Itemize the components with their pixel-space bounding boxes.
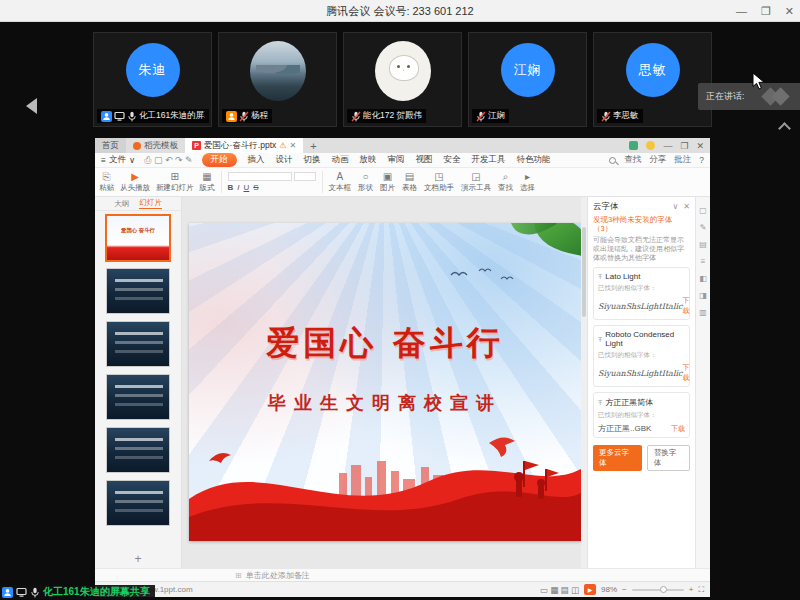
help-button[interactable]: ? — [699, 155, 704, 165]
wps-close-button[interactable]: ✕ — [696, 141, 704, 151]
restore-button[interactable]: ❐ — [761, 3, 771, 19]
right-tool-strip[interactable]: ▢ ✎ ▤ ≡ ◧ ◨ ▥ — [695, 197, 710, 568]
share-button[interactable]: 分享 — [649, 154, 666, 166]
textbox-button[interactable]: A文本框 — [329, 171, 352, 193]
format-s-button[interactable]: S — [253, 183, 258, 192]
download-font-button[interactable]: 下载 — [671, 424, 685, 434]
search-button[interactable]: ⌕查找 — [498, 171, 513, 193]
slide-thumbnail-1[interactable] — [106, 215, 170, 261]
slide-title[interactable]: 爱国心 奋斗行 — [189, 321, 581, 366]
shape-button[interactable]: ○形状 — [358, 171, 373, 193]
table-button[interactable]: ▤表格 — [402, 171, 417, 193]
zoom-out-button[interactable]: − — [622, 585, 627, 594]
more-cloud-fonts-button[interactable]: 更多云字体 — [593, 445, 642, 471]
quick-access-toolbar[interactable]: ⎙ ▢ ↶ ↷ ✎ — [144, 155, 192, 166]
select-button[interactable]: ▸选择 — [520, 171, 535, 193]
red-ribbon-decoration — [189, 421, 581, 541]
slide-thumbnail-3[interactable] — [106, 321, 170, 367]
comment-button[interactable]: 批注 — [674, 154, 691, 166]
find-button[interactable]: 查找 — [624, 154, 641, 166]
participant-tile[interactable]: 思敏李思敏 — [593, 32, 712, 127]
close-document-icon[interactable]: ✕ — [289, 141, 296, 150]
wps-home-tab[interactable]: 首页 — [95, 138, 126, 153]
download-font-button[interactable]: 下载 — [682, 363, 689, 383]
ribbon-tab-安全[interactable]: 安全 — [444, 154, 461, 166]
member-icon[interactable] — [646, 141, 655, 150]
notes-bar[interactable]: ⊞ 单击此处添加备注 — [95, 568, 710, 581]
participant-tile[interactable]: 江娴江娴 — [468, 32, 587, 127]
slide-thumbnail-6[interactable] — [106, 480, 170, 526]
format-i-button[interactable]: I — [237, 183, 239, 192]
play-button[interactable]: ▶从头播放 — [120, 171, 150, 193]
assistant-button[interactable]: ◳文档助手 — [424, 171, 454, 193]
new-slide-button[interactable]: ⊞新建幻灯片 — [156, 171, 194, 193]
ribbon-tab-审阅[interactable]: 审阅 — [388, 154, 405, 166]
download-font-button[interactable]: 下载 — [682, 296, 689, 316]
split-icon[interactable]: ◧ — [699, 275, 707, 283]
ribbon-tab-设计[interactable]: 设计 — [276, 154, 293, 166]
ribbon-tab-动画[interactable]: 动画 — [332, 154, 349, 166]
font-size-input[interactable] — [294, 172, 316, 181]
ribbon-tab-插入[interactable]: 插入 — [248, 154, 265, 166]
participant-tile[interactable]: 能化172 贺殿伟 — [343, 32, 462, 127]
clipboard-button[interactable]: ⎘粘贴 — [99, 171, 114, 193]
wps-template-tab[interactable]: 稻壳模板 — [126, 138, 185, 153]
notes-grid-icon: ⊞ — [235, 571, 242, 580]
wps-restore-button[interactable]: ❐ — [680, 141, 688, 151]
edit-icon[interactable]: ✎ — [700, 224, 707, 232]
slide-thumbnail-4[interactable] — [106, 374, 170, 420]
panel-icon[interactable]: ◨ — [699, 292, 707, 300]
new-document-tab-button[interactable]: + — [303, 138, 323, 153]
layout-icon[interactable]: ▤ — [699, 241, 707, 249]
view-mode-buttons[interactable]: ▭ ▦ ▤ ◫ — [540, 585, 579, 595]
format-u-button[interactable]: U — [244, 183, 250, 192]
current-slide[interactable]: 爱国心 奋斗行 毕业生文明离校宣讲 — [189, 223, 581, 541]
format-b-button[interactable]: B — [228, 183, 234, 192]
slide-canvas[interactable]: 爱国心 奋斗行 毕业生文明离校宣讲 — [182, 197, 587, 568]
fit-slide-button[interactable]: ⛶ — [698, 585, 704, 595]
panel-close-icon[interactable]: ✕ — [683, 202, 690, 211]
collapse-video-strip-button[interactable] — [780, 120, 790, 130]
minimize-button[interactable]: — — [736, 3, 747, 19]
similar-font-label: 已找到的相似字体： — [598, 284, 685, 293]
zoom-percent-label: 98% — [601, 585, 617, 594]
close-button[interactable]: ✕ — [785, 3, 794, 19]
participant-tile[interactable]: 杨程 — [218, 32, 337, 127]
zoom-in-button[interactable]: + — [689, 585, 694, 594]
previous-videos-button[interactable] — [26, 98, 37, 114]
ribbon-tab-视图[interactable]: 视图 — [416, 154, 433, 166]
ribbon-tab-切换[interactable]: 切换 — [304, 154, 321, 166]
grid-icon[interactable]: ▥ — [699, 309, 707, 317]
wps-document-tab[interactable]: P 爱国心·奋斗行.pptx ⚠ ✕ — [185, 138, 303, 153]
zoom-slider[interactable] — [632, 589, 684, 591]
meeting-stage: 朱迪化工161朱迪的屏幕共享杨程能化172 贺殿伟江娴江娴思敏李思敏 正在讲话:… — [0, 22, 800, 600]
notes-placeholder[interactable]: 单击此处添加备注 — [246, 570, 310, 581]
participant-tile[interactable]: 朱迪化工161朱迪的屏幕共享 — [93, 32, 212, 127]
panel-collapse-icon[interactable]: ∨ — [672, 202, 678, 211]
slide-subtitle[interactable]: 毕业生文明离校宣讲 — [189, 391, 581, 415]
picture-button[interactable]: ▣图片 — [380, 171, 395, 193]
avatar — [375, 41, 431, 101]
font-name-input[interactable] — [228, 172, 292, 181]
add-slide-button[interactable]: + — [95, 552, 181, 566]
tools-button[interactable]: ◲演示工具 — [461, 171, 491, 193]
ribbon-tab-开发工具[interactable]: 开发工具 — [472, 154, 506, 166]
list-icon[interactable]: ≡ — [701, 258, 706, 266]
properties-icon[interactable]: ▢ — [699, 207, 707, 215]
replace-font-button[interactable]: 替换字体 — [647, 445, 690, 471]
panel-tab-幻灯片[interactable]: 幻灯片 — [139, 198, 162, 209]
panel-tab-大纲[interactable]: 大纲 — [114, 199, 129, 209]
ribbon-tab-放映[interactable]: 放映 — [360, 154, 377, 166]
ribbon-tab-特色功能[interactable]: 特色功能 — [517, 154, 551, 166]
table-icon: ▤ — [405, 171, 414, 182]
slideshow-play-button[interactable]: ▶ — [584, 584, 596, 595]
ribbon-tab-开始[interactable]: 开始 — [202, 153, 237, 167]
wps-minimize-button[interactable]: — — [663, 141, 672, 151]
search-icon[interactable] — [609, 157, 616, 164]
mic-icon — [30, 587, 40, 598]
layout-button[interactable]: ▦版式 — [200, 171, 215, 193]
slide-thumbnail-5[interactable] — [106, 427, 170, 473]
file-menu-button[interactable]: ≡ 文件 ∨ — [101, 154, 135, 166]
account-avatar[interactable] — [629, 141, 638, 150]
slide-thumbnail-2[interactable] — [106, 268, 170, 314]
